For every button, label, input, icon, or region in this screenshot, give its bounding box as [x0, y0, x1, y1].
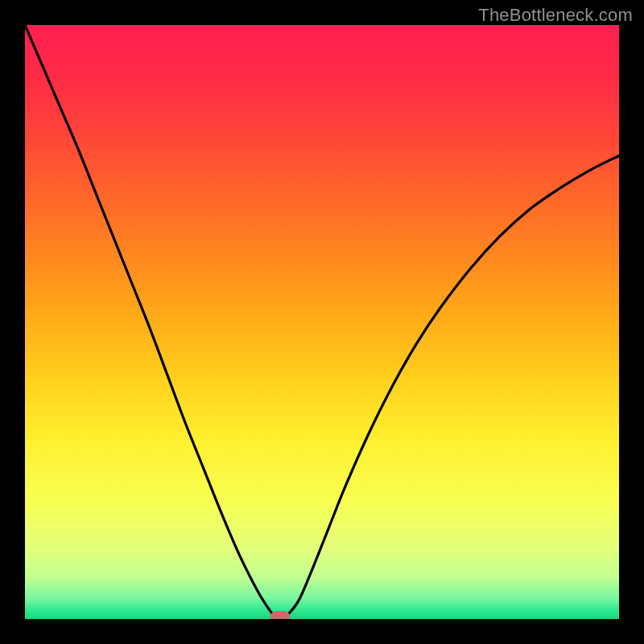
watermark-text: TheBottleneck.com [478, 5, 633, 26]
minimum-marker [270, 611, 290, 619]
gradient-background [25, 25, 619, 619]
chart-frame: TheBottleneck.com [0, 0, 644, 644]
plot-svg [25, 25, 619, 619]
plot-area [25, 25, 619, 619]
